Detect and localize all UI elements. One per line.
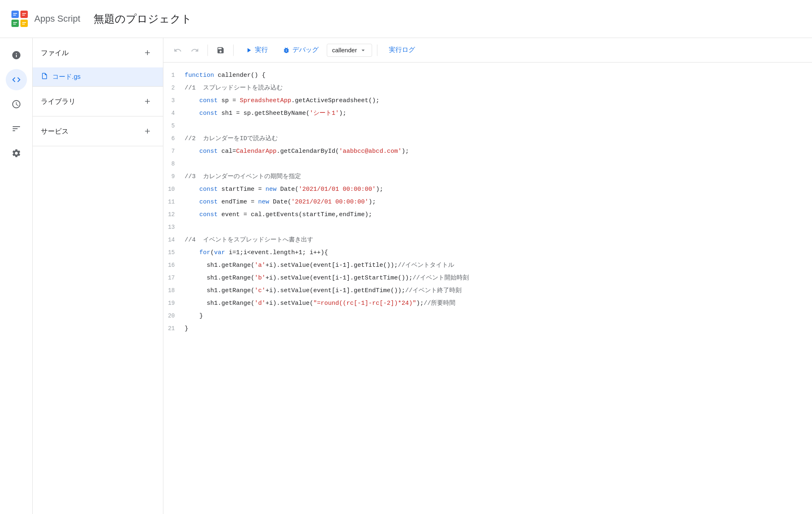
app-name: Apps Script	[34, 13, 80, 24]
toolbar-separator-3	[377, 45, 377, 56]
services-section: サービス	[33, 116, 163, 146]
chevron-down-icon	[359, 47, 367, 54]
info-icon	[11, 50, 21, 60]
svg-rect-12	[22, 22, 26, 23]
code-line-5: 5	[163, 120, 812, 132]
toolbar-separator-1	[207, 45, 208, 56]
line-content: }	[185, 310, 812, 322]
sidebar-item-triggers[interactable]	[6, 94, 27, 115]
undo-button[interactable]	[170, 42, 185, 58]
code-line-10: 10 const startTime = new Date('2021/01/0…	[163, 183, 812, 196]
sidebar-item-settings[interactable]	[6, 143, 27, 164]
services-label: サービス	[41, 127, 69, 136]
comment: //3 カレンダーのイベントの期間を指定	[185, 173, 301, 180]
code-line-20: 20 }	[163, 310, 812, 322]
undo-icon	[174, 46, 182, 54]
comment: //1 スプレッドシートを読み込む	[185, 85, 283, 92]
plain-code: Date(	[277, 186, 299, 193]
plain-code: callender() {	[214, 72, 265, 79]
keyword: const	[199, 199, 218, 206]
line-content: for(var i=1;i<event.length+1; i++){	[185, 247, 812, 259]
line-content: sh1.getRange('a'+i).setValue(event[i-1].…	[185, 259, 812, 272]
line-number: 1	[163, 69, 185, 81]
redo-button[interactable]	[187, 42, 203, 58]
redo-icon	[191, 46, 199, 54]
line-number: 5	[163, 120, 185, 132]
svg-rect-4	[11, 20, 19, 27]
debug-label: デバッグ	[292, 46, 319, 54]
keyword: const	[199, 97, 218, 104]
keyword: var	[214, 249, 225, 256]
sidebar-item-editor[interactable]	[6, 69, 27, 90]
keyword: for	[199, 249, 210, 256]
line-content: function callender() {	[185, 69, 812, 82]
plain-code: +i).setValue(	[265, 300, 313, 307]
plain-code: startTime =	[218, 186, 265, 193]
run-label: 実行	[255, 46, 268, 54]
file-item-code-gs[interactable]: コード.gs	[33, 67, 163, 86]
svg-rect-10	[13, 22, 17, 23]
plain-code: sh1 = sp.getSheetByName(	[218, 110, 310, 117]
object-name: CalendarApp	[236, 148, 277, 155]
save-button[interactable]	[213, 42, 228, 58]
line-content: const endTime = new Date('2021/02/01 00:…	[185, 196, 812, 208]
toolbar: 実行 デバッグ callender 実行ログ	[163, 38, 812, 63]
icon-sidebar	[0, 38, 33, 514]
run-button[interactable]: 実行	[239, 42, 274, 58]
string-literal: 'd'	[254, 300, 265, 307]
code-icon	[11, 75, 21, 85]
string-literal: 'a'	[254, 262, 265, 269]
add-library-icon	[143, 97, 152, 105]
line-content: const sh1 = sp.getSheetByName('シート1');	[185, 107, 812, 120]
code-line-8: 8	[163, 158, 812, 170]
run-icon	[245, 47, 252, 54]
keyword: const	[199, 110, 218, 117]
plain-code	[185, 110, 199, 117]
code-line-19: 19 sh1.getRange('d'+i).setValue("=round(…	[163, 297, 812, 310]
code-line-12: 12 const event = cal.getEvents(startTime…	[163, 208, 812, 221]
right-panel: 実行 デバッグ callender 実行ログ 1	[163, 38, 812, 514]
comment: //4 イベントをスプレッドシートへ書き出す	[185, 237, 313, 244]
exec-log-button[interactable]: 実行ログ	[382, 42, 422, 58]
svg-rect-5	[20, 20, 28, 27]
plain-code: );	[339, 110, 346, 117]
executions-icon	[11, 124, 21, 134]
add-file-button[interactable]	[140, 45, 155, 60]
keyword: function	[185, 72, 214, 79]
line-number: 17	[163, 272, 185, 284]
line-content	[185, 120, 812, 132]
code-line-21: 21}	[163, 322, 812, 335]
code-editor[interactable]: 1function callender() {2//1 スプレッドシートを読み込…	[163, 63, 812, 514]
line-number: 11	[163, 196, 185, 208]
line-number: 20	[163, 310, 185, 322]
line-number: 12	[163, 208, 185, 221]
svg-rect-6	[13, 13, 17, 14]
line-content: const sp = SpreadsheetApp.getActiveSprea…	[185, 95, 812, 107]
sidebar-item-overview[interactable]	[6, 45, 27, 66]
plain-code	[185, 148, 199, 155]
plain-code: sh1.getRange(	[185, 287, 254, 294]
code-line-17: 17 sh1.getRange('b'+i).setValue(event[i-…	[163, 272, 812, 284]
comment: //イベント開始時刻	[413, 275, 469, 282]
line-content: sh1.getRange('d'+i).setValue("=round((rc…	[185, 297, 812, 310]
code-line-11: 11 const endTime = new Date('2021/02/01 …	[163, 196, 812, 208]
code-line-1: 1function callender() {	[163, 69, 812, 82]
function-select[interactable]: callender	[327, 44, 372, 57]
line-number: 14	[163, 234, 185, 246]
svg-rect-2	[11, 11, 19, 18]
apps-script-logo	[10, 9, 29, 29]
svg-rect-13	[22, 24, 25, 25]
line-number: 15	[163, 246, 185, 259]
debug-button[interactable]: デバッグ	[276, 42, 325, 58]
code-line-6: 6//2 カレンダーをIDで読み込む	[163, 132, 812, 145]
line-number: 10	[163, 183, 185, 195]
toolbar-separator-2	[233, 45, 234, 56]
add-service-button[interactable]	[140, 124, 155, 139]
code-line-2: 2//1 スプレッドシートを読み込む	[163, 82, 812, 94]
plain-code: sh1.getRange(	[185, 275, 254, 282]
line-number: 6	[163, 132, 185, 145]
comment: //イベントタイトル	[398, 262, 454, 269]
plain-code: sh1.getRange(	[185, 262, 254, 269]
add-library-button[interactable]	[140, 94, 155, 109]
sidebar-item-executions[interactable]	[6, 118, 27, 139]
